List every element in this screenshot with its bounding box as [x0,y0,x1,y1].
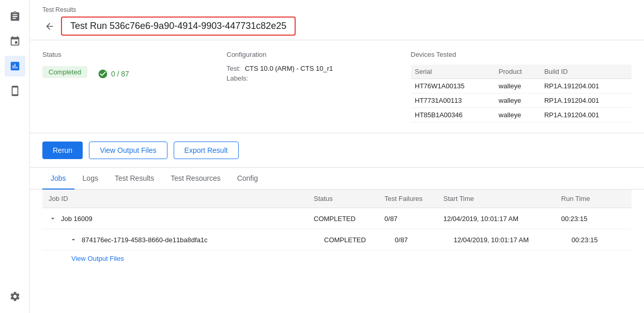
devices-col-product: Product [495,65,540,79]
test-run-id: Test Run 536c76e6-9a90-4914-9903-447731c… [61,17,296,36]
device-row: HT7731A00113walleyeRP1A.191204.001 [411,93,632,108]
status-label: Status [42,51,226,58]
jobs-col-start: Start Time [437,190,555,208]
device-serial: HT7731A00113 [411,93,495,108]
config-labels-key: Labels: [226,74,248,82]
devices-table: Serial Product Build ID HT76W1A00135wall… [411,65,632,122]
job-run_time: 00:23:15 [555,208,632,229]
test-run-title-row: Test Run 536c76e6-9a90-4914-9903-447731c… [42,17,632,36]
device-serial: HT85B1A00346 [411,108,495,122]
jobs-col-status: Status [308,190,378,208]
jobs-table-container: Job ID Status Test Failures Start Time R… [30,190,644,267]
device-row: HT85B1A00346walleyeRP1A.191204.001 [411,108,632,122]
sub-job-failures: 0/87 [378,229,437,251]
config-test-key: Test: [226,65,240,72]
status-badge: Completed [42,66,87,78]
job-start_time: 12/04/2019, 10:01:17 AM [437,208,555,229]
config-label: Configuration [226,51,410,58]
job-id-label: Job 16009 [61,215,93,223]
sidebar-item-clipboard[interactable] [5,6,25,27]
jobs-table: Job ID Status Test Failures Start Time R… [42,190,632,251]
devices-col-build: Build ID [540,65,632,79]
sub-job-start_time: 12/04/2019, 10:01:17 AM [437,229,555,251]
sub-job-id-cell: 874176ec-1719-4583-8660-de11ba8dfa1c [42,229,308,251]
tab-config[interactable]: Config [229,168,266,190]
config-test-row: Test: CTS 10.0 (ARM) - CTS 10_r1 [226,65,410,72]
pass-count: 0 / 87 [98,69,129,79]
jobs-col-failures: Test Failures [378,190,437,208]
devices-label: Devices Tested [411,51,632,58]
jobs-col-runtime: Run Time [555,190,632,208]
header: Test Results Test Run 536c76e6-9a90-4914… [30,0,644,40]
config-labels-row: Labels: [226,74,410,82]
device-product: walleye [495,79,540,93]
info-section: Status Completed 0 / 87 Configuration Te… [30,40,644,133]
devices-col-serial: Serial [411,65,495,79]
device-build_id: RP1A.191204.001 [540,93,632,108]
device-build_id: RP1A.191204.001 [540,79,632,93]
expand-job-button[interactable] [49,214,57,223]
jobs-col-id: Job ID [42,190,308,208]
config-block: Configuration Test: CTS 10.0 (ARM) - CTS… [226,51,410,122]
sidebar-item-settings[interactable] [5,286,25,307]
sidebar [0,0,30,313]
actions-bar: Rerun View Output Files Export Result [30,133,644,168]
view-output-files-link[interactable]: View Output Files [71,251,124,267]
device-product: walleye [495,93,540,108]
sub-job-id-label: 874176ec-1719-4583-8660-de11ba8dfa1c [82,236,208,244]
device-serial: HT76W1A00135 [411,79,495,93]
device-build_id: RP1A.191204.001 [540,108,632,122]
device-row: HT76W1A00135walleyeRP1A.191204.001 [411,79,632,93]
tab-test-results[interactable]: Test Results [106,168,162,190]
job-sub-row: 874176ec-1719-4583-8660-de11ba8dfa1cCOMP… [42,229,632,251]
devices-block: Devices Tested Serial Product Build ID H… [411,51,632,122]
config-test-value: CTS 10.0 (ARM) - CTS 10_r1 [245,65,333,72]
export-result-button[interactable]: Export Result [174,142,239,159]
expand-subjob-button[interactable] [69,236,78,244]
job-id-cell: Job 16009 [42,208,308,229]
pass-count-value: 0 / 87 [111,70,129,78]
back-button[interactable] [42,19,57,34]
device-product: walleye [495,108,540,122]
status-block: Status Completed 0 / 87 [42,51,226,122]
sidebar-item-devices[interactable] [5,81,25,101]
tab-test-resources[interactable]: Test Resources [162,168,228,190]
sidebar-item-analytics[interactable] [5,56,25,76]
check-circle-icon [98,69,108,79]
sidebar-item-calendar[interactable] [5,31,25,52]
rerun-button[interactable]: Rerun [42,142,83,159]
tab-logs[interactable]: Logs [74,168,106,190]
tabs-bar: Jobs Logs Test Results Test Resources Co… [30,168,644,190]
job-row: Job 16009COMPLETED0/8712/04/2019, 10:01:… [42,208,632,229]
tab-jobs[interactable]: Jobs [42,168,74,190]
view-output-button[interactable]: View Output Files [89,142,167,159]
job-failures: 0/87 [378,208,437,229]
main-content: Test Results Test Run 536c76e6-9a90-4914… [30,0,644,313]
sub-job-status: COMPLETED [308,229,378,251]
sub-job-run_time: 00:23:15 [555,229,632,251]
breadcrumb: Test Results [42,6,632,13]
job-status: COMPLETED [308,208,378,229]
